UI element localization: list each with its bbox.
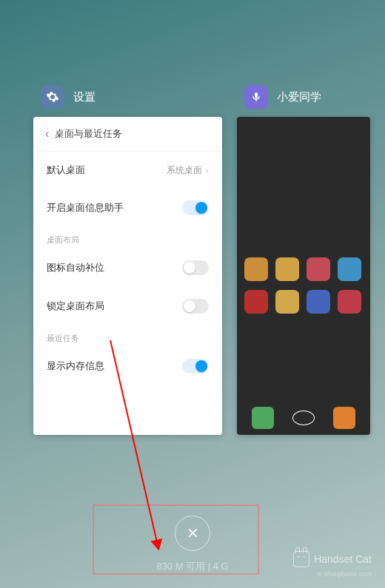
watermark: Handset Cat xyxy=(293,551,372,567)
setting-show-memory[interactable]: 显示内存信息 xyxy=(33,347,222,385)
setting-lock-layout[interactable]: 锁定桌面布局 xyxy=(33,287,222,325)
section-layout-title: 桌面布局 xyxy=(33,227,222,249)
home-screen-grid xyxy=(244,257,363,314)
settings-page-header: ‹ 桌面与最近任务 xyxy=(33,117,222,152)
home-app-icon xyxy=(244,257,268,281)
setting-value: 系统桌面 xyxy=(167,164,209,177)
home-app-icon xyxy=(307,290,330,314)
setting-default-launcher[interactable]: 默认桌面 系统桌面 xyxy=(33,152,222,189)
svg-rect-0 xyxy=(255,92,258,98)
gear-icon xyxy=(46,90,59,104)
settings-page-title: 桌面与最近任务 xyxy=(55,127,122,141)
close-icon: ✕ xyxy=(187,524,199,542)
toggle-switch-off[interactable] xyxy=(182,260,209,275)
recent-app-header-settings[interactable]: 设置 xyxy=(41,85,96,109)
home-app-icon xyxy=(275,290,299,314)
home-app-icon xyxy=(338,290,361,314)
home-app-icon xyxy=(275,257,299,281)
recent-app-card-settings[interactable]: ‹ 桌面与最近任务 默认桌面 系统桌面 开启桌面信息助手 桌面布局 图标自动补位… xyxy=(33,117,222,435)
watermark-brand: Handset Cat xyxy=(314,553,372,565)
setting-auto-fill[interactable]: 图标自动补位 xyxy=(33,249,222,287)
home-app-icon xyxy=(244,290,268,314)
recent-app-card-xiaoai[interactable] xyxy=(237,117,370,435)
setting-label: 开启桌面信息助手 xyxy=(47,201,124,214)
back-chevron-icon[interactable]: ‹ xyxy=(45,127,49,141)
toggle-switch-on[interactable] xyxy=(182,359,209,374)
home-app-icon xyxy=(338,257,361,281)
clear-all-button[interactable]: ✕ xyxy=(175,516,210,551)
home-app-icon xyxy=(307,257,330,281)
setting-label: 默认桌面 xyxy=(47,163,85,177)
home-indicator-icon xyxy=(292,410,315,425)
recent-app-header-xiaoai[interactable]: 小爱同学 xyxy=(244,85,321,109)
section-recent-title: 最近任务 xyxy=(33,325,222,347)
setting-info-assistant[interactable]: 开启桌面信息助手 xyxy=(33,189,222,227)
dock-app-icon xyxy=(333,407,355,429)
settings-app-title: 设置 xyxy=(73,90,96,104)
setting-label: 锁定桌面布局 xyxy=(47,300,104,313)
memory-status-text: 830 M 可用 | 4 G xyxy=(156,560,228,573)
home-dock xyxy=(243,407,364,429)
toggle-switch-on[interactable] xyxy=(182,200,209,215)
mic-icon xyxy=(250,91,262,103)
dock-app-icon xyxy=(252,407,274,429)
setting-label: 显示内存信息 xyxy=(47,359,104,373)
xiaoai-app-title: 小爱同学 xyxy=(277,90,321,104)
toggle-switch-off[interactable] xyxy=(182,299,209,314)
setting-label: 图标自动补位 xyxy=(47,261,104,274)
cat-logo-icon xyxy=(293,551,309,567)
xiaoai-app-icon xyxy=(244,85,268,109)
watermark-url: m.shoujibaike.com xyxy=(316,570,372,578)
settings-app-icon xyxy=(41,85,64,109)
